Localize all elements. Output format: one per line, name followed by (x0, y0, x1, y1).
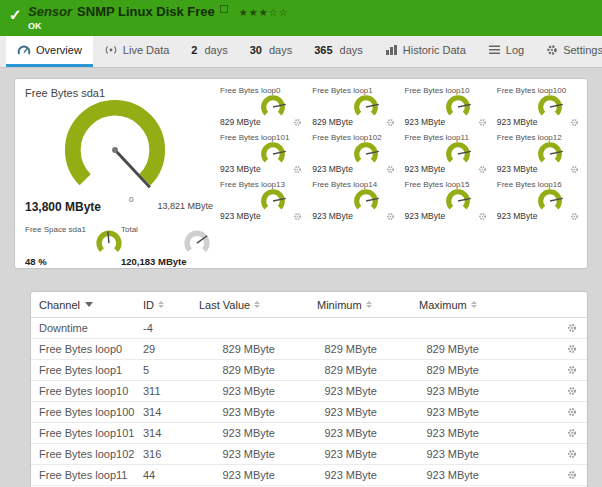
table-row: Free Bytes loop10 311 923 MByte 923 MByt… (31, 381, 587, 402)
channel-settings-icon[interactable] (386, 212, 395, 221)
mini-gauge (256, 188, 290, 216)
edit-channel-icon[interactable] (567, 323, 577, 333)
edit-channel-icon[interactable] (567, 428, 577, 438)
table-row: Free Bytes loop11 44 923 MByte 923 MByte… (31, 465, 587, 486)
channel-settings-icon[interactable] (293, 212, 302, 221)
sensor-title-line: Sensor SNMP Linux Disk Free ★★★☆☆ (28, 4, 289, 19)
channel-last-value: 829 MByte (199, 364, 317, 376)
column-header-channel[interactable]: Channel (39, 299, 143, 311)
channel-settings-icon[interactable] (293, 118, 302, 127)
channel-maximum: 923 MByte (419, 406, 521, 418)
mini-gauge-value: 923 MByte (405, 117, 446, 127)
tab-unit: days (269, 44, 292, 56)
channel-settings-icon[interactable] (386, 165, 395, 174)
channel-maximum: 923 MByte (419, 448, 521, 460)
channel-settings-icon[interactable] (478, 212, 487, 221)
gauge-scale-max: 13,821 MByte (157, 201, 213, 211)
column-header-minimum[interactable]: Minimum (317, 299, 419, 311)
tab-2-days[interactable]: 2 days (180, 36, 238, 67)
mini-gauge (441, 188, 475, 216)
channel-settings-icon[interactable] (570, 165, 579, 174)
channel-settings-icon[interactable] (478, 118, 487, 127)
column-header-last-value[interactable]: Last Value (199, 299, 317, 311)
channel-minimum: 923 MByte (317, 448, 419, 460)
channel-name: Free Bytes loop100 (39, 406, 143, 418)
channel-name: Free Bytes loop1 (39, 364, 143, 376)
channel-id: 314 (143, 406, 199, 418)
table-row: Free Bytes loop101 314 923 MByte 923 MBy… (31, 423, 587, 444)
channel-name: Free Bytes loop0 (39, 343, 143, 355)
channel-minimum: 923 MByte (317, 406, 419, 418)
tab-unit: days (204, 44, 227, 56)
channel-settings-icon[interactable] (478, 165, 487, 174)
mini-gauge-value: 923 MByte (220, 164, 261, 174)
edit-channel-icon[interactable] (567, 344, 577, 354)
channel-settings-icon[interactable] (570, 212, 579, 221)
channel-settings-icon[interactable] (386, 118, 395, 127)
sort-arrows-icon (471, 301, 477, 308)
secondary-gauge-value: 48 % (25, 256, 47, 267)
tab-label: Historic Data (403, 44, 466, 56)
table-row: Free Bytes loop1 5 829 MByte 829 MByte 8… (31, 360, 587, 381)
tab-30-days[interactable]: 30 days (239, 36, 304, 67)
column-header-maximum[interactable]: Maximum (419, 299, 521, 311)
ok-check-icon: ✓ (9, 6, 22, 24)
mini-gauge (256, 94, 290, 122)
mini-gauge-tile: Free Bytes loop12 923 MByte (491, 130, 583, 177)
tab-overview[interactable]: Overview (6, 36, 93, 67)
channel-last-value: 829 MByte (199, 343, 317, 355)
mini-gauge-tile: Free Bytes loop16 923 MByte (491, 177, 583, 224)
mini-gauge-tile: Free Bytes loop101 923 MByte (214, 130, 306, 177)
edit-channel-icon[interactable] (567, 407, 577, 417)
tab-historic-data[interactable]: Historic Data (374, 36, 477, 67)
edit-channel-icon[interactable] (567, 386, 577, 396)
edit-channel-icon[interactable] (567, 470, 577, 480)
object-kind-label: Sensor (28, 4, 72, 19)
channel-id: 314 (143, 427, 199, 439)
tab-value: 2 (191, 44, 197, 56)
mini-gauge (349, 188, 383, 216)
mini-gauge-value: 923 MByte (312, 164, 353, 174)
sort-caret-icon (85, 302, 93, 307)
primary-gauge (41, 95, 189, 201)
tab-value: 365 (314, 44, 332, 56)
mini-gauge-value: 923 MByte (497, 164, 538, 174)
channel-name: Free Bytes loop101 (39, 427, 143, 439)
channel-settings-icon[interactable] (293, 165, 302, 174)
edit-channel-icon[interactable] (567, 449, 577, 459)
mini-gauge-tile: Free Bytes loop11 923 MByte (399, 130, 491, 177)
channel-last-value: 923 MByte (199, 406, 317, 418)
edit-channel-icon[interactable] (567, 365, 577, 375)
channel-settings-icon[interactable] (570, 118, 579, 127)
tab-label: Live Data (123, 44, 169, 56)
log-list-icon (488, 44, 501, 56)
live-data-icon (104, 44, 118, 56)
mini-gauge-value: 923 MByte (405, 211, 446, 221)
mini-gauge (533, 188, 567, 216)
priority-stars[interactable]: ★★★☆☆ (239, 7, 289, 18)
tab-365-days[interactable]: 365 days (303, 36, 374, 67)
column-header-id[interactable]: ID (143, 299, 199, 311)
primary-gauge-value: 13,800 MByte (25, 200, 101, 214)
mini-gauge (349, 141, 383, 169)
gauges-panel: Free Bytes sda1 13,800 MByte 0 13,821 MB… (14, 78, 588, 269)
tab-live-data[interactable]: Live Data (93, 36, 180, 67)
bar-chart-icon (385, 44, 398, 56)
sort-arrows-icon (158, 301, 164, 308)
mini-gauge (441, 141, 475, 169)
mini-gauge-tile: Free Bytes loop15 923 MByte (399, 177, 491, 224)
sort-arrows-icon (366, 301, 372, 308)
mini-gauge-tile: Free Bytes loop14 923 MByte (306, 177, 398, 224)
channel-last-value: 923 MByte (199, 448, 317, 460)
tab-settings[interactable]: Settings (535, 36, 602, 67)
table-row: Downtime -4 (31, 318, 587, 339)
channel-id: -4 (143, 322, 199, 334)
tab-log[interactable]: Log (477, 36, 535, 67)
channel-maximum: 923 MByte (419, 385, 521, 397)
channel-last-value: 923 MByte (199, 427, 317, 439)
secondary-gauge-value: 120,183 MByte (121, 256, 186, 267)
channel-table: Channel ID Last Value Minimum Maximum (30, 291, 588, 487)
table-row: Free Bytes loop102 316 923 MByte 923 MBy… (31, 444, 587, 465)
mini-gauge-tile: Free Bytes loop100 923 MByte (491, 83, 583, 130)
mini-gauge-value: 923 MByte (405, 164, 446, 174)
